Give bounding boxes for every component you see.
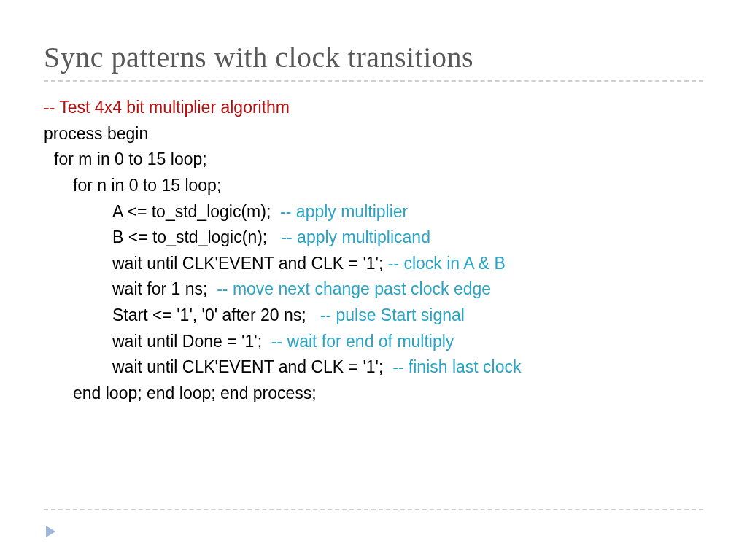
code-comment: -- apply multiplier [280,202,408,221]
comment-header: -- Test 4x4 bit multiplier algorithm [44,98,290,117]
code-line: for n in 0 to 15 loop; [73,173,703,199]
title-divider [44,80,703,82]
code-line: for m in 0 to 15 loop; [54,147,703,173]
code-text: end loop; end loop; end process; [73,384,317,402]
code-text: Start <= '1', '0' after 20 ns; [112,306,320,324]
code-line: -- Test 4x4 bit multiplier algorithm [44,95,703,121]
code-text: process begin [44,124,148,143]
code-line: process begin [44,121,703,147]
code-text: B <= to_std_logic(n); [112,228,281,246]
code-block: -- Test 4x4 bit multiplier algorithm pro… [44,95,703,407]
svg-marker-0 [46,526,55,537]
footer-divider [44,509,703,510]
code-text: wait until Done = '1'; [112,332,271,351]
code-comment: -- apply multiplicand [281,228,430,246]
slide-container: Sync patterns with clock transitions -- … [0,0,747,560]
code-line: wait until CLK'EVENT and CLK = '1'; -- f… [112,354,703,381]
code-comment: -- finish last clock [392,357,521,376]
code-text: for n in 0 to 15 loop; [73,176,221,195]
code-line: wait until CLK'EVENT and CLK = '1'; -- c… [112,251,703,277]
code-line: wait for 1 ns; -- move next change past … [112,276,703,303]
code-line: Start <= '1', '0' after 20 ns; -- pulse … [112,303,703,329]
code-comment: -- pulse Start signal [320,306,465,324]
code-line: end loop; end loop; end process; [73,381,703,407]
code-comment: -- move next change past clock edge [217,279,491,298]
code-comment: -- clock in A & B [388,254,506,273]
code-line: A <= to_std_logic(m); -- apply multiplie… [112,199,703,225]
code-text: wait until CLK'EVENT and CLK = '1'; [112,357,392,376]
code-text: wait until CLK'EVENT and CLK = '1'; [112,254,388,273]
code-line: wait until Done = '1'; -- wait for end o… [112,329,703,355]
code-comment: -- wait for end of multiply [271,332,454,351]
code-text: wait for 1 ns; [112,279,217,298]
code-line: B <= to_std_logic(n); -- apply multiplic… [112,225,703,251]
code-text: for m in 0 to 15 loop; [54,149,207,168]
slide-title: Sync patterns with clock transitions [44,40,703,74]
arrow-icon [44,524,60,540]
code-text: A <= to_std_logic(m); [112,202,280,221]
